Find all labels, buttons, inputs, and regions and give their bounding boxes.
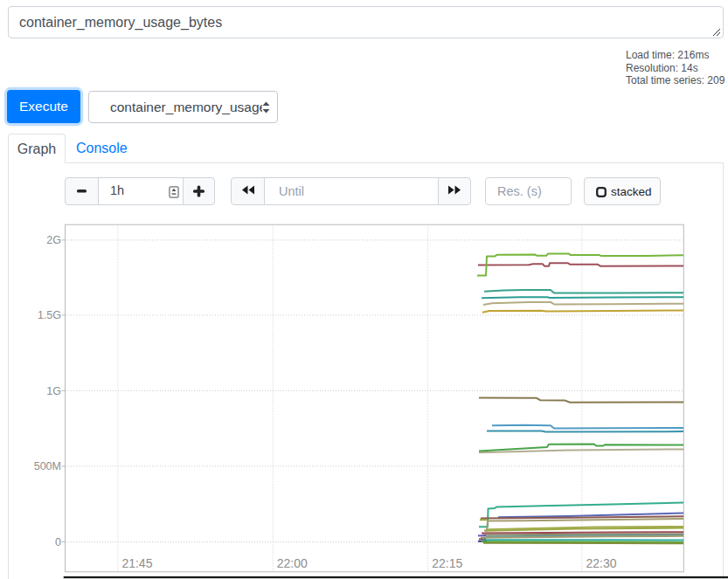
svg-text:0: 0 [55, 536, 61, 548]
svg-text:2G: 2G [46, 234, 61, 246]
svg-text:22:30: 22:30 [586, 556, 617, 570]
svg-text:500M: 500M [34, 460, 61, 472]
svg-text:1G: 1G [46, 385, 61, 397]
svg-text:22:00: 22:00 [277, 556, 308, 570]
svg-text:22:15: 22:15 [432, 556, 462, 570]
svg-text:1.5G: 1.5G [38, 309, 61, 321]
svg-text:21:45: 21:45 [121, 556, 152, 570]
